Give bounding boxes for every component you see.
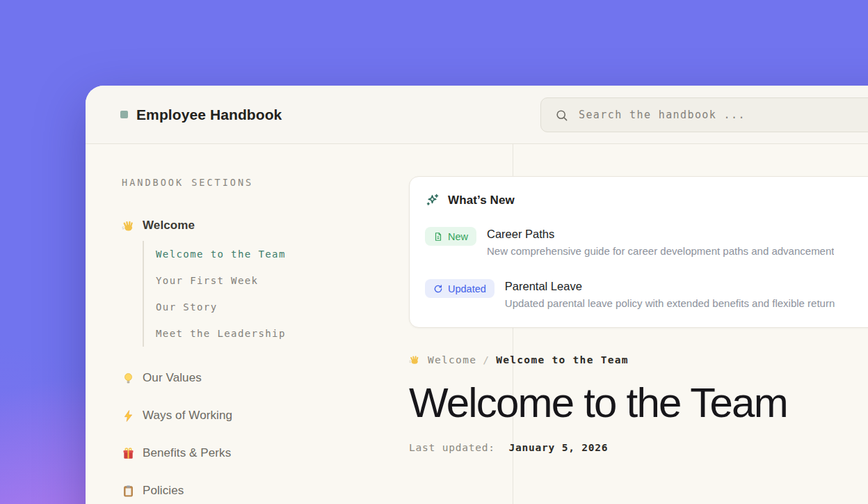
entry-title: Parental Leave [505,278,835,294]
whats-new-entry[interactable]: New Career Paths New comprehensive guide… [425,226,868,257]
sidebar-item-label: Ways of Working [143,409,232,423]
badge-label: New [448,231,468,242]
last-updated: Last updated: January 5, 2026 [409,442,868,453]
wave-emoji-icon [409,354,420,365]
entry-text: Career Paths New comprehensive guide for… [487,226,834,257]
desktop-background: Employee Handbook Search the handbook ..… [0,0,868,504]
breadcrumb-page: Welcome to the Team [496,354,629,365]
sidebar-item-benefits-perks[interactable]: Benefits & Perks [122,445,372,462]
last-updated-value: January 5, 2026 [508,442,608,453]
sidebar-item-ways-of-working[interactable]: Ways of Working [122,407,372,424]
updated-badge: Updated [425,279,495,298]
clipboard-emoji-icon [122,485,135,498]
sidebar-item-welcome[interactable]: Welcome [122,217,372,234]
search-icon [555,109,568,122]
whats-new-title: What’s New [448,194,515,207]
sidebar-nav: Welcome Welcome to the Team Your First W… [122,217,372,499]
last-updated-label: Last updated: [409,442,495,453]
sidebar: HANDBOOK SECTIONS [122,144,372,499]
app-title: Employee Handbook [136,107,282,123]
gift-emoji-icon [122,447,135,460]
sidebar-item-policies[interactable]: Policies [122,482,372,499]
whats-new-header: What’s New [425,193,868,207]
wave-emoji-icon [122,219,135,233]
sidebar-section-label: HANDBOOK SECTIONS [122,177,372,188]
page-title: Welcome to the Team [409,381,868,425]
sidebar-subitem-welcome-to-the-team[interactable]: Welcome to the Team [156,241,372,267]
document-icon [433,232,443,242]
badge-label: Updated [448,283,486,294]
entry-title: Career Paths [487,226,834,242]
sidebar-subitem-your-first-week[interactable]: Your First Week [156,267,372,294]
new-badge: New [425,227,476,246]
breadcrumb-section[interactable]: Welcome [428,354,476,365]
sidebar-item-label: Our Values [143,371,202,385]
whats-new-card: What’s New New Career Paths New comprehe… [409,176,868,328]
breadcrumb-separator: / [483,354,490,365]
sidebar-subitem-our-story[interactable]: Our Story [156,294,372,320]
sidebar-item-label: Benefits & Perks [143,446,231,460]
sidebar-item-label: Welcome [143,219,195,233]
search-input[interactable]: Search the handbook ... [540,97,868,132]
sparkles-icon [425,193,440,207]
entry-description: New comprehensive guide for career devel… [487,245,834,257]
sidebar-subnav-welcome: Welcome to the Team Your First Week Our … [143,241,372,347]
app-header: Employee Handbook Search the handbook ..… [86,86,868,144]
refresh-icon [433,284,443,294]
sidebar-item-our-values[interactable]: Our Values [122,370,372,386]
app-window: Employee Handbook Search the handbook ..… [86,86,868,504]
whats-new-entry[interactable]: Updated Parental Leave Updated parental … [425,278,868,309]
lightbulb-emoji-icon [122,372,135,385]
sidebar-subitem-meet-the-leadership[interactable]: Meet the Leadership [156,320,372,347]
main-content: What’s New New Career Paths New comprehe… [409,144,868,453]
app-body: HANDBOOK SECTIONS [86,144,868,504]
entry-text: Parental Leave Updated parental leave po… [505,278,835,309]
sidebar-item-label: Policies [143,484,184,498]
search-placeholder: Search the handbook ... [579,109,746,121]
entry-description: Updated parental leave policy with exten… [505,297,835,309]
breadcrumb: Welcome / Welcome to the Team [409,354,868,365]
app-logo [120,111,128,118]
lightning-emoji-icon [122,409,135,423]
